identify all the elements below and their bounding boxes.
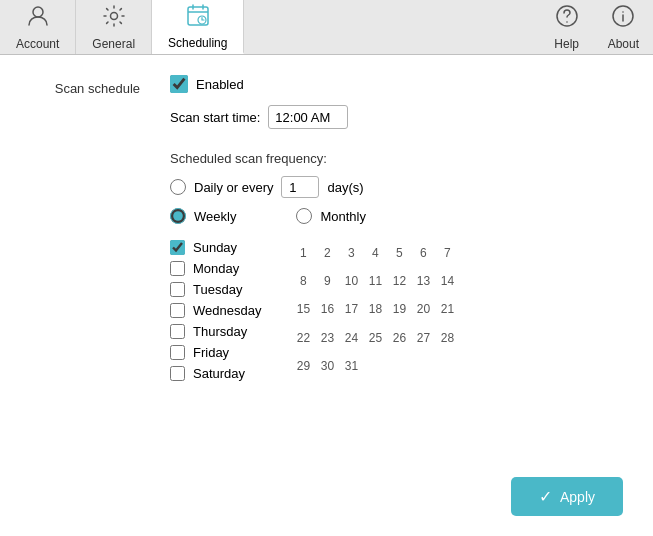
- person-icon: [25, 3, 51, 35]
- calendar-day: [387, 355, 411, 377]
- nav-account-label: Account: [16, 37, 59, 51]
- calendar-day[interactable]: 22: [291, 327, 315, 349]
- daily-radio[interactable]: [170, 179, 186, 195]
- tuesday-checkbox[interactable]: [170, 282, 185, 297]
- wednesday-checkbox[interactable]: [170, 303, 185, 318]
- calendar-day[interactable]: 27: [411, 327, 435, 349]
- monthly-radio[interactable]: [296, 208, 312, 224]
- day-row-saturday: Saturday: [170, 366, 261, 381]
- monday-checkbox[interactable]: [170, 261, 185, 276]
- day-row-friday: Friday: [170, 345, 261, 360]
- calendar-day[interactable]: 20: [411, 298, 435, 320]
- calendar-day[interactable]: 24: [339, 327, 363, 349]
- weekly-radio[interactable]: [170, 208, 186, 224]
- monthly-row: Monthly: [296, 208, 366, 224]
- svg-point-1: [110, 13, 117, 20]
- daily-row: Daily or every day(s): [170, 176, 623, 198]
- nav-about-label: About: [608, 37, 639, 51]
- calendar-day[interactable]: 23: [315, 327, 339, 349]
- days-grid: Sunday Monday Tuesday: [170, 240, 623, 381]
- calendar-day[interactable]: 11: [363, 270, 387, 292]
- nav-scheduling-label: Scheduling: [168, 36, 227, 50]
- info-icon: [610, 3, 636, 35]
- frequency-label: Scheduled scan frequency:: [170, 151, 623, 166]
- sunday-checkbox[interactable]: [170, 240, 185, 255]
- calendar-day[interactable]: 28: [435, 327, 459, 349]
- wednesday-label: Wednesday: [193, 303, 261, 318]
- calendar-day[interactable]: 31: [339, 355, 363, 377]
- scan-schedule-label: Scan schedule: [30, 75, 140, 381]
- calendar-day[interactable]: 19: [387, 298, 411, 320]
- nav-general-label: General: [92, 37, 135, 51]
- weekly-row: Weekly: [170, 208, 236, 224]
- day-row-sunday: Sunday: [170, 240, 261, 255]
- check-icon: ✓: [539, 487, 552, 506]
- calendar-day[interactable]: 2: [315, 242, 339, 264]
- bottom-bar: ✓ Apply: [30, 457, 623, 516]
- nav-item-scheduling[interactable]: Scheduling: [152, 0, 244, 54]
- calendar-day[interactable]: 3: [339, 242, 363, 264]
- sunday-label: Sunday: [193, 240, 237, 255]
- calendar-day[interactable]: 26: [387, 327, 411, 349]
- friday-checkbox[interactable]: [170, 345, 185, 360]
- thursday-label: Thursday: [193, 324, 247, 339]
- question-icon: [554, 3, 580, 35]
- calendar-day[interactable]: 30: [315, 355, 339, 377]
- nav-item-about[interactable]: About: [594, 0, 653, 54]
- enabled-checkbox[interactable]: [170, 75, 188, 93]
- calendar-day[interactable]: 6: [411, 242, 435, 264]
- monday-label: Monday: [193, 261, 239, 276]
- main-content: Scan schedule Enabled Scan start time: S…: [0, 55, 653, 536]
- scan-schedule-section: Scan schedule Enabled Scan start time: S…: [30, 75, 623, 381]
- svg-point-8: [566, 21, 568, 23]
- start-time-row: Scan start time:: [170, 105, 623, 129]
- start-time-label: Scan start time:: [170, 110, 260, 125]
- days-input[interactable]: [281, 176, 319, 198]
- calendar-day[interactable]: 12: [387, 270, 411, 292]
- calendar-day: [363, 355, 387, 377]
- thursday-checkbox[interactable]: [170, 324, 185, 339]
- day-row-monday: Monday: [170, 261, 261, 276]
- friday-label: Friday: [193, 345, 229, 360]
- days-unit: day(s): [327, 180, 363, 195]
- calendar-day[interactable]: 21: [435, 298, 459, 320]
- nav-item-help[interactable]: Help: [540, 0, 594, 54]
- calendar-day[interactable]: 10: [339, 270, 363, 292]
- calendar-day[interactable]: 5: [387, 242, 411, 264]
- apply-label: Apply: [560, 489, 595, 505]
- day-row-wednesday: Wednesday: [170, 303, 261, 318]
- calendar-day[interactable]: 4: [363, 242, 387, 264]
- svg-point-11: [623, 11, 625, 13]
- calendar-day[interactable]: 1: [291, 242, 315, 264]
- calendar-day[interactable]: 15: [291, 298, 315, 320]
- enabled-row: Enabled: [170, 75, 623, 93]
- calendar-day[interactable]: 17: [339, 298, 363, 320]
- calendar-day[interactable]: 18: [363, 298, 387, 320]
- top-navigation: Account General Scheduling: [0, 0, 653, 55]
- enabled-label: Enabled: [196, 77, 244, 92]
- apply-button[interactable]: ✓ Apply: [511, 477, 623, 516]
- start-time-input[interactable]: [268, 105, 348, 129]
- saturday-checkbox[interactable]: [170, 366, 185, 381]
- svg-point-0: [33, 7, 43, 17]
- calendar-day[interactable]: 16: [315, 298, 339, 320]
- day-row-thursday: Thursday: [170, 324, 261, 339]
- nav-help-label: Help: [554, 37, 579, 51]
- saturday-label: Saturday: [193, 366, 245, 381]
- daily-label: Daily or every: [194, 180, 273, 195]
- calendar-clock-icon: [185, 2, 211, 34]
- calendar-day: [435, 355, 459, 377]
- nav-item-general[interactable]: General: [76, 0, 152, 54]
- calendar-day[interactable]: 8: [291, 270, 315, 292]
- frequency-section: Scheduled scan frequency: Daily or every…: [170, 151, 623, 381]
- section-body: Enabled Scan start time: Scheduled scan …: [170, 75, 623, 381]
- calendar-day[interactable]: 14: [435, 270, 459, 292]
- calendar-day: [411, 355, 435, 377]
- calendar-day[interactable]: 29: [291, 355, 315, 377]
- calendar-day[interactable]: 7: [435, 242, 459, 264]
- calendar-day[interactable]: 9: [315, 270, 339, 292]
- calendar-day[interactable]: 25: [363, 327, 387, 349]
- days-list: Sunday Monday Tuesday: [170, 240, 261, 381]
- calendar-day[interactable]: 13: [411, 270, 435, 292]
- nav-item-account[interactable]: Account: [0, 0, 76, 54]
